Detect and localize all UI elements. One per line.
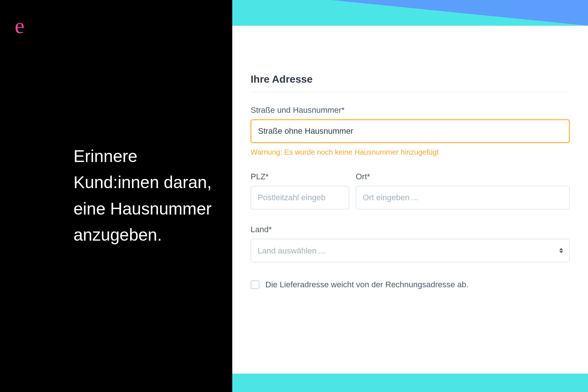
country-label: Land*: [251, 225, 570, 234]
country-select-wrapper: Land auswählen ...: [251, 239, 570, 262]
postal-city-row: PLZ* Ort*: [251, 172, 570, 209]
decoration-triangle-blue: [331, 0, 588, 26]
address-form: Ihre Adresse Straße und Hausnummer* Warn…: [232, 26, 588, 374]
street-input[interactable]: [251, 119, 570, 143]
delivery-address-checkbox[interactable]: [251, 280, 259, 289]
sidebar-panel: e Erinnere Kund:innen daran, eine Hausnu…: [0, 0, 232, 392]
postal-input[interactable]: [251, 186, 349, 209]
country-field-group: Land* Land auswählen ...: [251, 225, 570, 262]
country-select[interactable]: Land auswählen ...: [251, 239, 570, 262]
form-title: Ihre Adresse: [251, 73, 570, 92]
city-field-group: Ort*: [356, 172, 570, 209]
street-field-group: Straße und Hausnummer* Warnung: Es wurde…: [251, 105, 570, 157]
city-label: Ort*: [356, 172, 570, 181]
logo: e: [15, 15, 218, 37]
main-panel: Ihre Adresse Straße und Hausnummer* Warn…: [232, 0, 588, 392]
city-input[interactable]: [356, 186, 570, 209]
street-warning-text: Warnung: Es wurde noch keine Hausnummer …: [251, 148, 570, 157]
delivery-address-checkbox-row: Die Lieferadresse weicht von der Rechnun…: [251, 280, 570, 289]
postal-field-group: PLZ*: [251, 172, 349, 209]
postal-label: PLZ*: [251, 172, 349, 181]
tagline-text: Erinnere Kund:innen daran, eine Hausnumm…: [74, 143, 218, 248]
decoration-bottom-teal: [232, 374, 588, 392]
delivery-address-checkbox-label[interactable]: Die Lieferadresse weicht von der Rechnun…: [265, 280, 469, 289]
street-label: Straße und Hausnummer*: [251, 105, 570, 115]
